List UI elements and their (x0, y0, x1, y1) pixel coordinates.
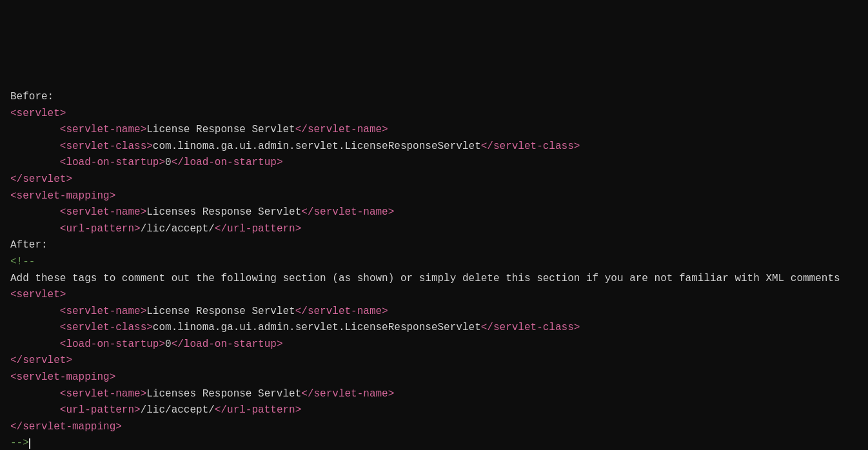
text-cursor (29, 438, 30, 449)
code-line-url-pattern-2: <url-pattern>/lic/accept/</url-pattern> (10, 402, 858, 419)
code-part-tag: </servlet-class> (481, 322, 580, 333)
code-line-url-pattern-1: <url-pattern>/lic/accept/</url-pattern> (10, 221, 858, 238)
code-part-tag: <servlet-name> (60, 206, 146, 218)
code-part-tag: </url-pattern> (215, 223, 301, 235)
code-line-comment-open: <!-- (10, 254, 858, 271)
code-part-tag: </servlet-class> (481, 141, 580, 152)
code-part-tag: </load-on-startup> (172, 338, 283, 350)
code-part-label: After: (10, 239, 48, 251)
code-part-text-content: com.linoma.ga.ui.admin.servlet.LicenseRe… (153, 322, 481, 333)
code-part-tag: <servlet-name> (60, 306, 146, 317)
code-part-label: or (400, 273, 413, 284)
code-part-text-content: /lic/accept/ (141, 404, 215, 416)
code-line-before-label: Before: (10, 89, 858, 106)
code-part-tag: <load-on-startup> (60, 338, 165, 350)
code-part-tag: <servlet-name> (60, 388, 146, 400)
code-line-servlet-mapping-close-2: </servlet-mapping> (10, 419, 858, 436)
code-line-load-on-startup-2: <load-on-startup>0</load-on-startup> (10, 337, 858, 353)
code-part-tag: </load-on-startup> (172, 157, 283, 168)
code-part-tag: </servlet-name> (301, 206, 394, 218)
code-line-servlet-mapping-open-2: <servlet-mapping> (10, 369, 858, 386)
code-part-label: Add these tags to comment out the follow… (10, 273, 400, 284)
code-line-servlet-name-4: <servlet-name>Licenses Response Servlet<… (10, 386, 858, 403)
code-line-after-label: After: (10, 237, 858, 254)
code-part-tag: </servlet> (10, 355, 72, 366)
code-part-text-content: Licenses Response Servlet (146, 388, 301, 400)
code-part-tag: </servlet-name> (295, 306, 388, 317)
code-line-servlet-mapping-open-1: <servlet-mapping> (10, 188, 858, 205)
code-part-tag: <url-pattern> (60, 223, 141, 235)
code-part-tag: <servlet-mapping> (10, 371, 115, 383)
code-line-add-these-tags: Add these tags to comment out the follow… (10, 271, 858, 288)
code-part-text-content: /lic/accept/ (141, 223, 215, 235)
code-part-tag: </servlet-mapping> (10, 421, 122, 433)
code-line-servlet-close-1: </servlet> (10, 171, 858, 188)
code-line-servlet-name-3: <servlet-name>License Response Servlet</… (10, 304, 858, 320)
code-line-servlet-name-2: <servlet-name>Licenses Response Servlet<… (10, 204, 858, 221)
code-part-tag: <url-pattern> (60, 404, 141, 416)
code-part-tag: <servlet> (10, 289, 66, 300)
code-part-label: simply delete this section if you are no… (413, 273, 840, 284)
code-viewer: Before: <servlet> <servlet-name>License … (10, 72, 858, 450)
code-part-tag: </servlet> (10, 173, 72, 185)
code-part-text-content: 0 (165, 338, 172, 350)
code-part-tag: <servlet-class> (60, 141, 153, 152)
code-part-text-content: License Response Servlet (146, 124, 295, 135)
code-part-text-content: com.linoma.ga.ui.admin.servlet.LicenseRe… (153, 141, 481, 152)
code-line-servlet-name-1: <servlet-name>License Response Servlet</… (10, 122, 858, 139)
code-part-text-content: Licenses Response Servlet (146, 206, 301, 218)
code-line-servlet-class-2: <servlet-class>com.linoma.ga.ui.admin.se… (10, 320, 858, 337)
code-line-servlet-open-2: <servlet> (10, 287, 858, 304)
code-part-tag: <servlet> (10, 108, 66, 119)
code-part-tag: <servlet-mapping> (10, 190, 115, 202)
code-part-comment: --> (10, 437, 29, 449)
code-part-tag: <servlet-name> (60, 124, 146, 135)
code-line-load-on-startup-1: <load-on-startup>0</load-on-startup> (10, 155, 858, 171)
code-part-tag: </url-pattern> (215, 404, 301, 416)
code-line-servlet-class-1: <servlet-class>com.linoma.ga.ui.admin.se… (10, 139, 858, 155)
code-part-tag: </servlet-name> (295, 124, 388, 135)
code-line-comment-close: --> (10, 435, 858, 450)
code-part-tag: </servlet-name> (301, 388, 394, 400)
code-part-tag: <servlet-class> (60, 322, 153, 333)
code-part-text-content: 0 (165, 157, 172, 168)
code-part-label: Before: (10, 91, 54, 103)
code-part-comment: <!-- (10, 256, 35, 268)
code-line-servlet-open: <servlet> (10, 106, 858, 122)
code-line-servlet-close-2: </servlet> (10, 353, 858, 369)
code-part-tag: <load-on-startup> (60, 157, 165, 168)
code-part-text-content: License Response Servlet (146, 306, 295, 317)
